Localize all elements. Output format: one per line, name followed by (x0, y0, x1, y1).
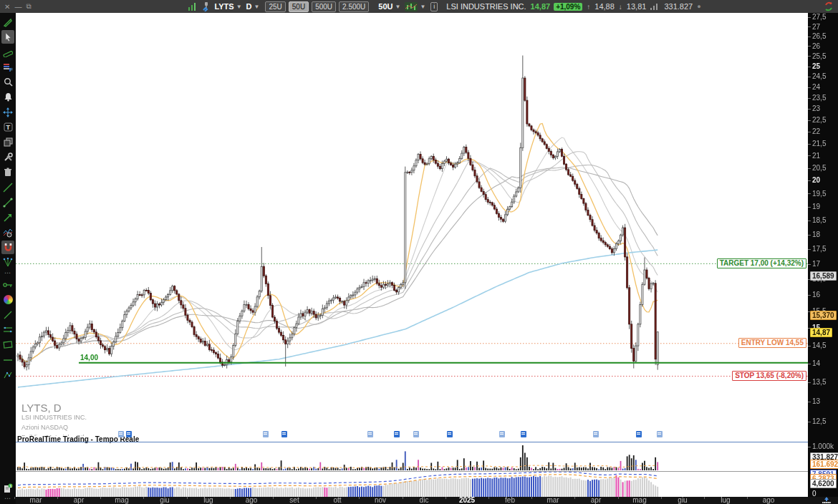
measure-tool[interactable] (1, 45, 14, 59)
ticker-name: LSI INDUSTRIES INC. (446, 2, 526, 11)
support-level-label[interactable]: 14,00 (80, 354, 98, 362)
month-label: ago (246, 496, 258, 504)
units-2500-button[interactable]: 2.500U (339, 1, 369, 12)
colors-tool[interactable] (1, 293, 14, 306)
rectangle-tool[interactable] (1, 338, 14, 352)
chevron-down-icon: ▼ (254, 4, 260, 10)
jump-to-end-icon[interactable] (821, 497, 832, 504)
indicator-badge: 4,6200 (810, 479, 837, 488)
event-icon[interactable] (281, 431, 287, 437)
month-tick (57, 497, 58, 499)
target-level-label[interactable]: TARGET 17,00 (+14,32%) (717, 258, 806, 268)
line-tool[interactable] (1, 308, 14, 321)
month-tick (187, 497, 188, 499)
chart-area[interactable] (16, 13, 808, 497)
chevron-down-icon: ▼ (395, 4, 401, 10)
price-tick-label: 23 (808, 105, 820, 112)
close-window-icon[interactable]: ✕ (4, 3, 10, 11)
panel-divider[interactable] (16, 471, 838, 472)
price-tick-label: 26,5 (808, 32, 826, 40)
move-tool[interactable] (1, 105, 14, 119)
arrow-tool[interactable] (1, 210, 14, 224)
month-tick (273, 497, 274, 499)
month-label: feb (505, 496, 515, 504)
delete-tool[interactable] (1, 165, 14, 179)
units-25-button[interactable]: 25U (265, 1, 285, 12)
month-label: mar (29, 496, 42, 504)
more-tools[interactable]: ⋯ (4, 270, 11, 277)
orders-doc-tool[interactable]: 1 (1, 481, 14, 495)
event-icon[interactable] (521, 431, 526, 437)
restore-window-icon[interactable]: ⧉ (26, 2, 31, 11)
magnet-tool[interactable] (1, 241, 14, 254)
info-button[interactable]: i (430, 2, 438, 11)
price-tick-label: 21,5 (808, 140, 826, 147)
month-tick (618, 497, 619, 499)
indicators-tool[interactable]: F (1, 60, 14, 74)
chevron-down-icon: ▼ (420, 4, 425, 10)
plug-connected-icon[interactable] (202, 1, 211, 11)
event-icon[interactable] (413, 431, 419, 437)
growth-bars-icon[interactable] (188, 2, 198, 11)
polyline-tool[interactable] (1, 368, 14, 382)
units-50-button[interactable]: 50U (289, 1, 309, 12)
event-icon[interactable] (394, 431, 400, 437)
price-tick-label: 27 (808, 23, 820, 31)
refresh-icon[interactable] (824, 1, 834, 11)
text-tool[interactable]: T (1, 120, 14, 134)
event-icon[interactable] (118, 431, 124, 437)
month-label: giu (160, 496, 169, 504)
month-tick (704, 497, 705, 499)
trendline-tool[interactable] (1, 180, 14, 194)
price-tick-label: 19,5 (808, 190, 826, 198)
symbol-selector[interactable]: LYTS ▼ (215, 2, 242, 11)
panel-divider[interactable] (16, 442, 838, 442)
price-tick-label: 17,5 (808, 245, 826, 253)
hline-tool[interactable] (1, 353, 14, 367)
entry-level-label[interactable]: ENTRY LOW 14,55 (738, 338, 806, 348)
chart-style-selector[interactable]: ▼ (405, 2, 425, 11)
month-label: nov (375, 496, 386, 504)
bar-count-selector[interactable]: 50U ▼ (378, 2, 400, 11)
stop-level-label[interactable]: STOP 13,65 (-8,20%) (732, 371, 806, 381)
price-tick-label: 24 (808, 83, 820, 91)
month-label: dic (420, 496, 429, 504)
month-tick (574, 497, 575, 499)
event-icon[interactable] (636, 431, 642, 437)
month-label: 2025 (459, 496, 475, 504)
event-icon[interactable] (263, 431, 269, 437)
fan-tool[interactable] (1, 256, 14, 269)
settings-tool[interactable] (1, 150, 14, 164)
alert-tool[interactable] (1, 90, 14, 104)
timeframe-selector[interactable]: D ▼ (246, 2, 260, 11)
price-tick-label: 25,5 (808, 52, 826, 60)
units-500-button[interactable]: 500U (312, 1, 336, 12)
draw-tool[interactable] (1, 15, 14, 29)
event-icon[interactable] (447, 431, 453, 437)
month-label: set (289, 496, 299, 504)
price-tick-label: 20,5 (808, 164, 826, 172)
volume-axis-label: 1.000k (808, 442, 834, 450)
drawing-toolbar: F T ⋯ 1 ⋯ (0, 13, 16, 504)
time-axis[interactable]: maraprmaggiulugagosetottnovdic2025febmar… (16, 497, 838, 504)
price-badge-orange: 15,370 (810, 311, 837, 320)
key-tool[interactable] (1, 278, 14, 291)
month-tick (359, 497, 360, 499)
pattern-tool[interactable] (1, 226, 14, 239)
price-chart-canvas[interactable] (16, 13, 808, 497)
duplicate-tool[interactable] (1, 135, 14, 149)
minimize-window-icon[interactable]: ― (14, 3, 21, 11)
segment-tool[interactable] (1, 195, 14, 209)
event-icon[interactable] (657, 431, 663, 437)
event-icon[interactable] (367, 431, 373, 437)
arrow-down-icon: ↓ (619, 3, 622, 11)
more-tools-bottom[interactable]: ⋯ (4, 495, 11, 503)
parallel-tool[interactable] (1, 323, 14, 336)
zoom-tool[interactable] (1, 75, 14, 89)
trading-app-window: ✕ ― ⧉ LYTS ▼ D ▼ 25U 50U 500U 2.500U 50U… (0, 0, 838, 504)
event-icon[interactable] (593, 431, 599, 437)
event-icon[interactable] (126, 431, 132, 437)
cursor-tool[interactable] (1, 30, 14, 44)
price-axis[interactable]: 27,52726,52625,52524,52423,52322,52221,5… (808, 13, 838, 497)
event-icon[interactable] (499, 431, 505, 437)
